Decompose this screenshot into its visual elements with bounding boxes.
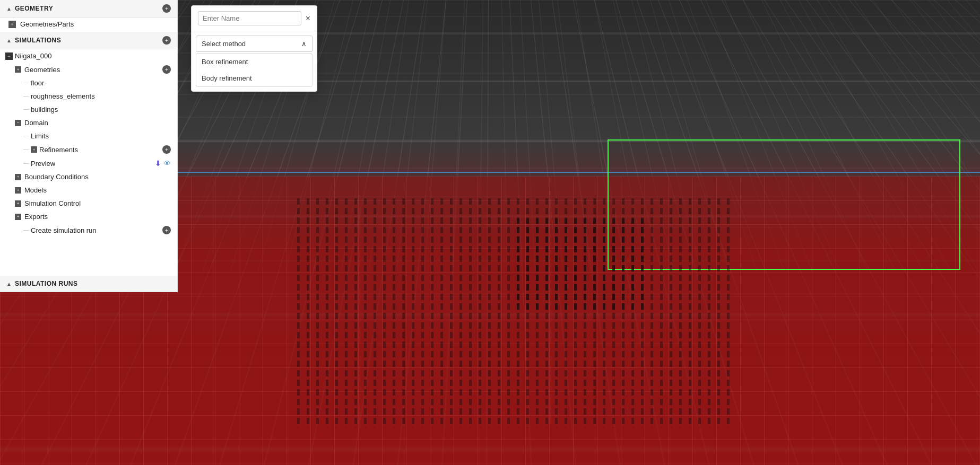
floor-label: floor — [31, 79, 171, 87]
geometries-group-label: Geometries — [24, 66, 162, 74]
domain-icon: − — [15, 120, 21, 126]
eye-icon[interactable]: 👁 — [163, 159, 171, 168]
modal-header: × — [192, 6, 317, 31]
create-run-add-button[interactable]: + — [162, 226, 171, 234]
roughness-elements-item[interactable]: roughness_elements — [0, 90, 177, 103]
simulations-chevron-icon: ▲ — [6, 38, 12, 43]
geometries-parts-icon: + — [8, 21, 16, 28]
exports-item[interactable]: + Exports — [0, 210, 177, 223]
method-dropdown-container: Select method ∧ Box refinement Body refi… — [192, 31, 317, 91]
simulations-add-button[interactable]: + — [162, 36, 171, 45]
geometries-parts-label: Geometries/Parts — [20, 20, 171, 28]
domain-label: Domain — [24, 119, 171, 127]
simulation-control-label: Simulation Control — [24, 199, 171, 207]
exports-label: Exports — [24, 213, 171, 221]
simulations-section-title: SIMULATIONS — [15, 37, 162, 44]
refinements-item[interactable]: + Refinements + — [0, 143, 177, 156]
sidebar: ▲ GEOMETRY + + Geometries/Parts ▲ SIMULA… — [0, 0, 178, 286]
simulation-control-item[interactable]: + Simulation Control — [0, 197, 177, 210]
simulation-collapse-icon: − — [5, 52, 13, 60]
models-icon: + — [15, 187, 21, 194]
geometries-group-item[interactable]: + Geometries + — [0, 63, 177, 76]
simulation-runs-header[interactable]: ▲ SIMULATION RUNS — [0, 276, 177, 292]
dropdown-menu: Box refinement Body refinement — [196, 53, 313, 87]
dropdown-selected-label: Select method — [202, 40, 246, 48]
method-dropdown-button[interactable]: Select method ∧ — [196, 36, 313, 52]
refinements-label: Refinements — [39, 146, 162, 154]
geometries-parts-item[interactable]: + Geometries/Parts — [0, 17, 177, 31]
boundary-conditions-icon: + — [15, 174, 21, 180]
limits-label: Limits — [31, 132, 171, 140]
dropdown-chevron-icon: ∧ — [301, 40, 307, 48]
simulation-name-label: Niigata_000 — [15, 52, 171, 60]
geometry-chevron-icon: ▲ — [6, 6, 12, 12]
buildings-label: buildings — [31, 106, 171, 113]
name-input[interactable] — [198, 11, 301, 25]
geometry-section-title: GEOMETRY — [15, 5, 162, 12]
boundary-conditions-label: Boundary Conditions — [24, 173, 171, 181]
boundary-conditions-item[interactable]: + Boundary Conditions — [0, 170, 177, 183]
roughness-elements-label: roughness_elements — [31, 92, 171, 100]
simulation-runs-title: SIMULATION RUNS — [15, 280, 171, 287]
bounding-box — [608, 139, 960, 270]
models-item[interactable]: + Models — [0, 183, 177, 197]
geometry-section-header[interactable]: ▲ GEOMETRY + — [0, 0, 177, 17]
create-simulation-run-item[interactable]: Create simulation run + — [0, 223, 177, 237]
dropdown-item-box[interactable]: Box refinement — [196, 54, 312, 70]
preview-label: Preview — [31, 160, 155, 168]
limits-item[interactable]: Limits — [0, 129, 177, 143]
refinements-add-button[interactable]: + — [162, 145, 171, 154]
geometry-add-button[interactable]: + — [162, 4, 171, 13]
simulations-section-header[interactable]: ▲ SIMULATIONS + — [0, 32, 177, 49]
refinement-modal: × Select method ∧ Box refinement Body re… — [191, 5, 317, 92]
simulation-runs-chevron-icon: ▲ — [6, 281, 12, 287]
floor-item[interactable]: floor — [0, 76, 177, 90]
preview-item[interactable]: Preview ⬇ 👁 — [0, 156, 177, 170]
refinements-icon: + — [31, 146, 37, 153]
download-icon[interactable]: ⬇ — [155, 159, 161, 168]
dropdown-item-body[interactable]: Body refinement — [196, 70, 312, 86]
create-simulation-run-label: Create simulation run — [31, 226, 162, 234]
buildings-item[interactable]: buildings — [0, 103, 177, 116]
domain-item[interactable]: − Domain — [0, 116, 177, 129]
simulation-runs-section: ▲ SIMULATION RUNS — [0, 276, 178, 292]
simulation-item[interactable]: − Niigata_000 — [0, 49, 177, 63]
models-label: Models — [24, 186, 171, 194]
simulation-control-icon: + — [15, 200, 21, 207]
geometries-add-button[interactable]: + — [162, 65, 171, 74]
modal-close-button[interactable]: × — [306, 14, 310, 23]
geometries-group-icon: + — [15, 66, 21, 73]
exports-icon: + — [15, 214, 21, 220]
